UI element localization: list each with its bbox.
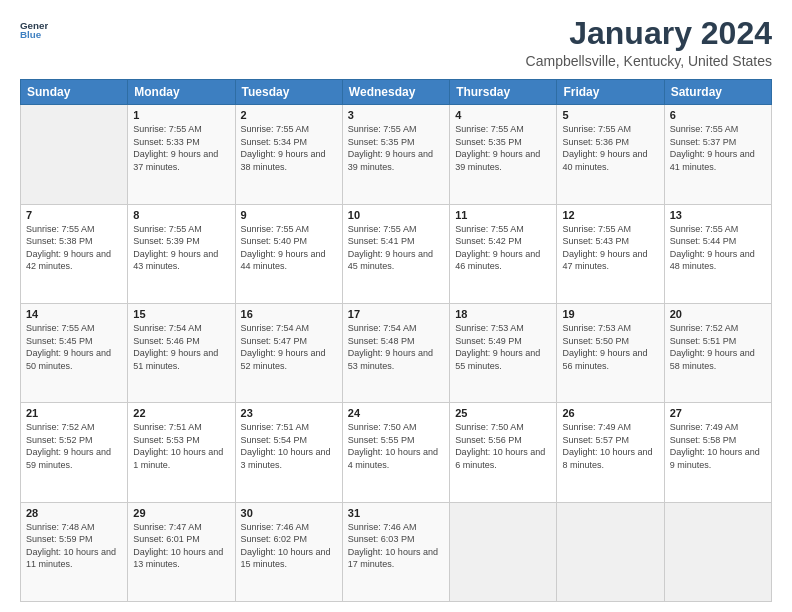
day-number: 9 xyxy=(241,209,337,221)
day-info: Sunrise: 7:55 AMSunset: 5:43 PMDaylight:… xyxy=(562,223,658,273)
logo: General Blue xyxy=(20,16,48,44)
day-info: Sunrise: 7:54 AMSunset: 5:48 PMDaylight:… xyxy=(348,322,444,372)
day-info: Sunrise: 7:51 AMSunset: 5:53 PMDaylight:… xyxy=(133,421,229,471)
calendar-cell: 31 Sunrise: 7:46 AMSunset: 6:03 PMDaylig… xyxy=(342,502,449,601)
day-info: Sunrise: 7:52 AMSunset: 5:52 PMDaylight:… xyxy=(26,421,122,471)
day-number: 1 xyxy=(133,109,229,121)
day-number: 22 xyxy=(133,407,229,419)
calendar-cell: 25 Sunrise: 7:50 AMSunset: 5:56 PMDaylig… xyxy=(450,403,557,502)
day-info: Sunrise: 7:49 AMSunset: 5:58 PMDaylight:… xyxy=(670,421,766,471)
day-info: Sunrise: 7:53 AMSunset: 5:49 PMDaylight:… xyxy=(455,322,551,372)
calendar-cell: 4 Sunrise: 7:55 AMSunset: 5:35 PMDayligh… xyxy=(450,105,557,204)
calendar-cell: 26 Sunrise: 7:49 AMSunset: 5:57 PMDaylig… xyxy=(557,403,664,502)
day-info: Sunrise: 7:50 AMSunset: 5:56 PMDaylight:… xyxy=(455,421,551,471)
calendar-cell: 17 Sunrise: 7:54 AMSunset: 5:48 PMDaylig… xyxy=(342,303,449,402)
calendar-cell: 24 Sunrise: 7:50 AMSunset: 5:55 PMDaylig… xyxy=(342,403,449,502)
day-info: Sunrise: 7:46 AMSunset: 6:02 PMDaylight:… xyxy=(241,521,337,571)
day-number: 7 xyxy=(26,209,122,221)
day-info: Sunrise: 7:55 AMSunset: 5:38 PMDaylight:… xyxy=(26,223,122,273)
day-info: Sunrise: 7:55 AMSunset: 5:41 PMDaylight:… xyxy=(348,223,444,273)
day-number: 14 xyxy=(26,308,122,320)
day-info: Sunrise: 7:53 AMSunset: 5:50 PMDaylight:… xyxy=(562,322,658,372)
day-number: 6 xyxy=(670,109,766,121)
day-number: 5 xyxy=(562,109,658,121)
day-info: Sunrise: 7:50 AMSunset: 5:55 PMDaylight:… xyxy=(348,421,444,471)
page-header: General Blue January 2024 Campbellsville… xyxy=(20,16,772,69)
day-number: 11 xyxy=(455,209,551,221)
day-number: 24 xyxy=(348,407,444,419)
day-number: 16 xyxy=(241,308,337,320)
day-number: 12 xyxy=(562,209,658,221)
calendar-cell: 19 Sunrise: 7:53 AMSunset: 5:50 PMDaylig… xyxy=(557,303,664,402)
svg-text:Blue: Blue xyxy=(20,29,42,40)
day-number: 10 xyxy=(348,209,444,221)
day-info: Sunrise: 7:55 AMSunset: 5:42 PMDaylight:… xyxy=(455,223,551,273)
day-number: 26 xyxy=(562,407,658,419)
calendar-cell: 29 Sunrise: 7:47 AMSunset: 6:01 PMDaylig… xyxy=(128,502,235,601)
calendar-cell: 12 Sunrise: 7:55 AMSunset: 5:43 PMDaylig… xyxy=(557,204,664,303)
col-friday: Friday xyxy=(557,80,664,105)
day-info: Sunrise: 7:55 AMSunset: 5:33 PMDaylight:… xyxy=(133,123,229,173)
calendar-week-5: 28 Sunrise: 7:48 AMSunset: 5:59 PMDaylig… xyxy=(21,502,772,601)
calendar-cell xyxy=(664,502,771,601)
calendar-cell: 20 Sunrise: 7:52 AMSunset: 5:51 PMDaylig… xyxy=(664,303,771,402)
day-info: Sunrise: 7:48 AMSunset: 5:59 PMDaylight:… xyxy=(26,521,122,571)
logo-icon: General Blue xyxy=(20,16,48,44)
calendar-cell: 14 Sunrise: 7:55 AMSunset: 5:45 PMDaylig… xyxy=(21,303,128,402)
calendar-cell xyxy=(21,105,128,204)
day-info: Sunrise: 7:54 AMSunset: 5:47 PMDaylight:… xyxy=(241,322,337,372)
calendar-cell: 5 Sunrise: 7:55 AMSunset: 5:36 PMDayligh… xyxy=(557,105,664,204)
calendar-cell: 15 Sunrise: 7:54 AMSunset: 5:46 PMDaylig… xyxy=(128,303,235,402)
day-number: 31 xyxy=(348,507,444,519)
month-title: January 2024 xyxy=(526,16,772,51)
day-number: 20 xyxy=(670,308,766,320)
day-number: 3 xyxy=(348,109,444,121)
location: Campbellsville, Kentucky, United States xyxy=(526,53,772,69)
calendar-cell: 3 Sunrise: 7:55 AMSunset: 5:35 PMDayligh… xyxy=(342,105,449,204)
calendar-cell: 22 Sunrise: 7:51 AMSunset: 5:53 PMDaylig… xyxy=(128,403,235,502)
calendar-cell xyxy=(557,502,664,601)
day-number: 4 xyxy=(455,109,551,121)
calendar-week-2: 7 Sunrise: 7:55 AMSunset: 5:38 PMDayligh… xyxy=(21,204,772,303)
day-number: 30 xyxy=(241,507,337,519)
day-number: 29 xyxy=(133,507,229,519)
day-info: Sunrise: 7:52 AMSunset: 5:51 PMDaylight:… xyxy=(670,322,766,372)
day-number: 15 xyxy=(133,308,229,320)
day-info: Sunrise: 7:55 AMSunset: 5:35 PMDaylight:… xyxy=(348,123,444,173)
day-info: Sunrise: 7:49 AMSunset: 5:57 PMDaylight:… xyxy=(562,421,658,471)
day-number: 21 xyxy=(26,407,122,419)
calendar-cell: 1 Sunrise: 7:55 AMSunset: 5:33 PMDayligh… xyxy=(128,105,235,204)
day-info: Sunrise: 7:54 AMSunset: 5:46 PMDaylight:… xyxy=(133,322,229,372)
calendar-cell: 2 Sunrise: 7:55 AMSunset: 5:34 PMDayligh… xyxy=(235,105,342,204)
day-info: Sunrise: 7:55 AMSunset: 5:40 PMDaylight:… xyxy=(241,223,337,273)
calendar-cell: 18 Sunrise: 7:53 AMSunset: 5:49 PMDaylig… xyxy=(450,303,557,402)
calendar-cell: 9 Sunrise: 7:55 AMSunset: 5:40 PMDayligh… xyxy=(235,204,342,303)
col-sunday: Sunday xyxy=(21,80,128,105)
col-monday: Monday xyxy=(128,80,235,105)
day-number: 17 xyxy=(348,308,444,320)
col-saturday: Saturday xyxy=(664,80,771,105)
calendar-cell: 27 Sunrise: 7:49 AMSunset: 5:58 PMDaylig… xyxy=(664,403,771,502)
day-info: Sunrise: 7:55 AMSunset: 5:39 PMDaylight:… xyxy=(133,223,229,273)
calendar-table: Sunday Monday Tuesday Wednesday Thursday… xyxy=(20,79,772,602)
calendar-week-3: 14 Sunrise: 7:55 AMSunset: 5:45 PMDaylig… xyxy=(21,303,772,402)
calendar-week-4: 21 Sunrise: 7:52 AMSunset: 5:52 PMDaylig… xyxy=(21,403,772,502)
calendar-cell: 7 Sunrise: 7:55 AMSunset: 5:38 PMDayligh… xyxy=(21,204,128,303)
calendar-cell: 21 Sunrise: 7:52 AMSunset: 5:52 PMDaylig… xyxy=(21,403,128,502)
col-tuesday: Tuesday xyxy=(235,80,342,105)
day-info: Sunrise: 7:47 AMSunset: 6:01 PMDaylight:… xyxy=(133,521,229,571)
calendar-cell: 10 Sunrise: 7:55 AMSunset: 5:41 PMDaylig… xyxy=(342,204,449,303)
calendar-cell: 30 Sunrise: 7:46 AMSunset: 6:02 PMDaylig… xyxy=(235,502,342,601)
day-info: Sunrise: 7:46 AMSunset: 6:03 PMDaylight:… xyxy=(348,521,444,571)
day-info: Sunrise: 7:55 AMSunset: 5:34 PMDaylight:… xyxy=(241,123,337,173)
day-number: 28 xyxy=(26,507,122,519)
header-row: Sunday Monday Tuesday Wednesday Thursday… xyxy=(21,80,772,105)
day-info: Sunrise: 7:55 AMSunset: 5:44 PMDaylight:… xyxy=(670,223,766,273)
calendar-cell: 13 Sunrise: 7:55 AMSunset: 5:44 PMDaylig… xyxy=(664,204,771,303)
calendar-cell: 23 Sunrise: 7:51 AMSunset: 5:54 PMDaylig… xyxy=(235,403,342,502)
day-number: 8 xyxy=(133,209,229,221)
calendar-cell xyxy=(450,502,557,601)
day-info: Sunrise: 7:55 AMSunset: 5:36 PMDaylight:… xyxy=(562,123,658,173)
day-info: Sunrise: 7:51 AMSunset: 5:54 PMDaylight:… xyxy=(241,421,337,471)
day-number: 27 xyxy=(670,407,766,419)
